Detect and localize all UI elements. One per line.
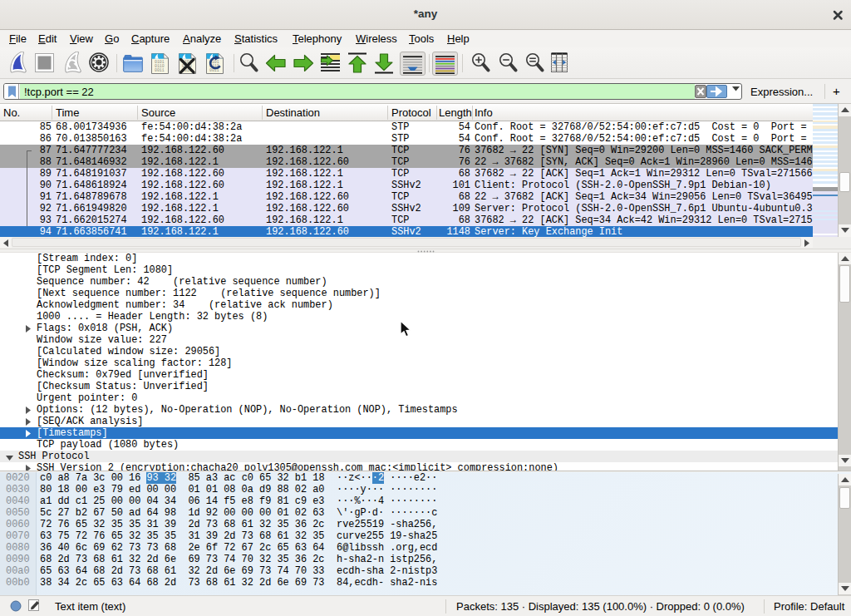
svg-text:0011: 0011 — [155, 68, 165, 72]
